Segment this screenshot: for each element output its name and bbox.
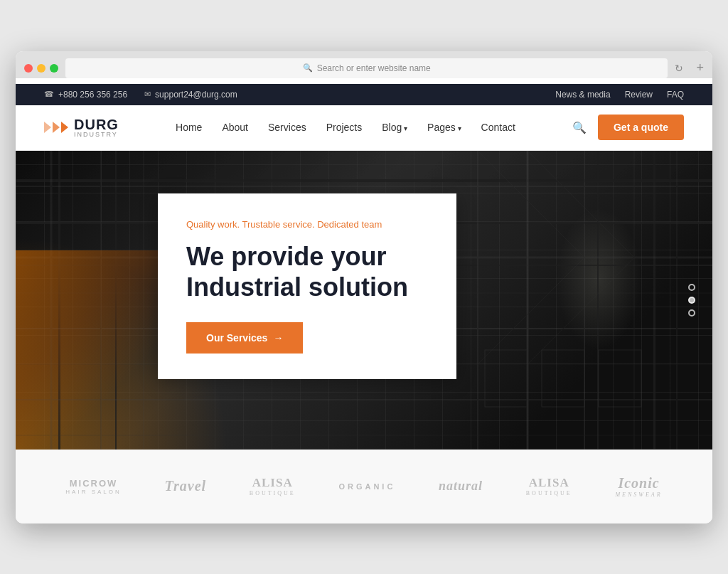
brand-alisa-2: Alisa BOUTIQUE: [526, 476, 572, 496]
review-link[interactable]: Review: [625, 90, 653, 100]
brand-microw-name: MICROW: [70, 478, 118, 489]
nav-link-about[interactable]: About: [222, 122, 248, 133]
brand-alisa-2-name: Alisa: [529, 476, 569, 489]
hero-section: Quality work. Trustable service. Dedicat…: [16, 151, 712, 450]
faq-link[interactable]: FAQ: [667, 90, 684, 100]
slider-dot-1[interactable]: [688, 284, 695, 291]
browser-chrome: 🔍 Search or enter website name ↻ +: [16, 51, 712, 78]
brand-microw: MICROW HAIR SALON: [65, 478, 121, 495]
nav-item-services[interactable]: Services: [268, 121, 306, 134]
nav-link-home[interactable]: Home: [176, 122, 202, 133]
brand-alisa-2-sub: BOUTIQUE: [526, 490, 572, 496]
dot-red[interactable]: [24, 64, 33, 73]
browser-titlebar: 🔍 Search or enter website name ↻ +: [24, 58, 704, 78]
chevron-1: [44, 122, 51, 133]
logo-chevrons: [44, 122, 68, 133]
brand-alisa-1-sub: BOUTIQUE: [250, 490, 296, 496]
brand-organic: ORGANIC: [338, 482, 395, 491]
brand-natural: natural: [439, 479, 483, 494]
chevron-2: [53, 122, 60, 133]
top-bar: ☎ +880 256 356 256 ✉ support24@durg.com …: [16, 84, 712, 105]
brands-section: MICROW HAIR SALON Travel Alisa BOUTIQUE …: [16, 450, 712, 523]
chevron-3: [61, 122, 68, 133]
nav-item-contact[interactable]: Contact: [481, 121, 515, 134]
svg-rect-20: [485, 350, 528, 407]
slider-dots: [688, 284, 695, 317]
nav-right: 🔍 Get a quote: [572, 115, 684, 140]
email-address: support24@durg.com: [155, 90, 237, 100]
nav-item-blog[interactable]: Blog: [382, 121, 407, 134]
nav-item-projects[interactable]: Projects: [326, 121, 363, 134]
brand-travel-name: Travel: [165, 478, 207, 494]
svg-line-16: [478, 151, 584, 257]
hero-title-line2: Industrial solution: [186, 272, 408, 302]
top-bar-right: News & media Review FAQ: [555, 90, 684, 100]
logo-subtitle: INDUSTRY: [74, 132, 119, 138]
email-icon: ✉: [144, 90, 151, 99]
nav-item-pages[interactable]: Pages: [427, 121, 461, 134]
nav-link-blog[interactable]: Blog: [382, 122, 407, 133]
nav-menu: Home About Services Projects Blog Pages …: [176, 121, 515, 134]
browser-dots: [24, 64, 58, 73]
brand-organic-name: ORGANIC: [338, 482, 395, 491]
phone-number: +880 256 356 256: [58, 90, 127, 100]
browser-window: 🔍 Search or enter website name ↻ + ☎ +88…: [16, 51, 712, 523]
dot-yellow[interactable]: [37, 64, 46, 73]
brand-microw-sub: HAIR SALON: [65, 489, 121, 495]
address-text: Search or enter website name: [317, 63, 431, 73]
nav-link-services[interactable]: Services: [268, 122, 306, 133]
nav-link-projects[interactable]: Projects: [326, 122, 363, 133]
search-button[interactable]: 🔍: [572, 121, 587, 134]
logo-name: DURG: [74, 117, 119, 132]
svg-rect-21: [542, 350, 584, 407]
svg-line-17: [528, 151, 634, 257]
dot-green[interactable]: [50, 64, 58, 73]
website-content: ☎ +880 256 356 256 ✉ support24@durg.com …: [16, 84, 712, 523]
brand-iconic-sub: MENSWEAR: [615, 491, 662, 498]
hero-cta-arrow: →: [273, 332, 283, 344]
phone-icon: ☎: [44, 90, 54, 99]
svg-line-19: [528, 257, 634, 364]
new-tab-icon[interactable]: +: [696, 60, 704, 75]
svg-rect-22: [599, 350, 641, 407]
logo-text: DURG INDUSTRY: [74, 117, 119, 138]
hero-content: Quality work. Trustable service. Dedicat…: [158, 193, 456, 379]
brand-iconic: Iconic MENSWEAR: [615, 475, 662, 498]
hero-title-line1: We provide your: [186, 242, 386, 271]
nav-item-home[interactable]: Home: [176, 121, 202, 134]
hero-cta-label: Our Services: [206, 332, 267, 344]
get-quote-button[interactable]: Get a quote: [598, 115, 684, 140]
top-bar-left: ☎ +880 256 356 256 ✉ support24@durg.com: [44, 90, 237, 100]
brand-iconic-name: Iconic: [618, 475, 659, 491]
slider-dot-3[interactable]: [688, 309, 695, 317]
logo-icon: [44, 122, 68, 133]
email-contact: ✉ support24@durg.com: [144, 90, 237, 100]
nav-link-contact[interactable]: Contact: [481, 122, 515, 133]
refresh-icon[interactable]: ↻: [675, 63, 683, 74]
hero-title: We provide your Industrial solution: [186, 241, 428, 302]
svg-line-18: [478, 257, 584, 364]
phone-contact: ☎ +880 256 356 256: [44, 90, 127, 100]
brand-natural-name: natural: [439, 479, 483, 493]
brand-alisa-1-name: Alisa: [252, 476, 293, 489]
logo[interactable]: DURG INDUSTRY: [44, 117, 119, 138]
news-media-link[interactable]: News & media: [555, 90, 610, 100]
slider-dot-2[interactable]: [688, 297, 695, 304]
nav-bar: DURG INDUSTRY Home About Services Projec…: [16, 105, 712, 151]
nav-link-pages[interactable]: Pages: [427, 122, 461, 133]
search-icon: 🔍: [303, 63, 313, 73]
hero-orange-glow: [16, 250, 158, 450]
address-bar[interactable]: 🔍 Search or enter website name: [65, 58, 668, 78]
hero-cta-button[interactable]: Our Services →: [186, 322, 303, 354]
brand-alisa-1: Alisa BOUTIQUE: [250, 476, 296, 496]
nav-item-about[interactable]: About: [222, 121, 248, 134]
hero-tagline: Quality work. Trustable service. Dedicat…: [186, 219, 428, 230]
brand-travel: Travel: [165, 478, 207, 494]
